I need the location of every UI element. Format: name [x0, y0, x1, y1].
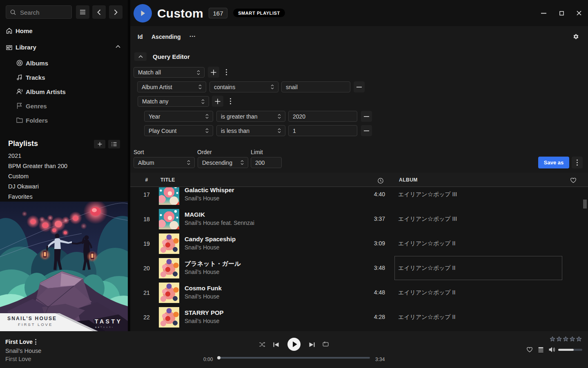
svg-text:TASTY: TASTY [95, 318, 122, 325]
svg-text:FIRST LOVE: FIRST LOVE [18, 322, 53, 327]
svg-text:SNAIL’S HOUSE: SNAIL’S HOUSE [7, 316, 57, 321]
svg-text:■■T∧∧X•: ■■T∧∧X• [95, 326, 114, 328]
